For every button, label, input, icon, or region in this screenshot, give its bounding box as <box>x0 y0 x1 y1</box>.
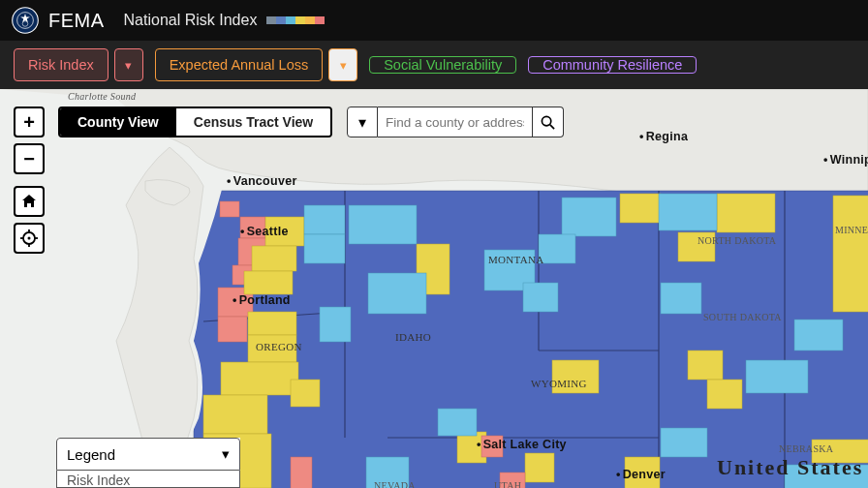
minus-icon: − <box>23 148 35 170</box>
legend-item: Risk Index <box>56 471 240 488</box>
svg-rect-54 <box>366 457 409 488</box>
svg-rect-20 <box>244 271 293 294</box>
svg-rect-21 <box>248 312 296 335</box>
svg-line-66 <box>550 124 554 128</box>
svg-rect-37 <box>625 457 660 488</box>
search-group: ▾ <box>347 107 564 137</box>
caret-down-icon: ▾ <box>340 58 347 73</box>
svg-rect-55 <box>661 428 707 457</box>
svg-rect-48 <box>659 194 717 230</box>
search-icon <box>541 115 555 130</box>
svg-rect-58 <box>220 201 239 217</box>
svg-rect-33 <box>688 351 723 380</box>
svg-rect-38 <box>812 440 868 463</box>
map-area[interactable]: .cB{fill:#4f68bc;stroke:#3a4d8c;stroke-w… <box>0 89 868 488</box>
svg-rect-39 <box>304 205 345 234</box>
svg-rect-12 <box>240 217 265 238</box>
home-button[interactable] <box>14 186 45 217</box>
legend-title: Legend <box>67 446 115 463</box>
header: FEMA National Risk Index <box>0 0 868 41</box>
legend-toggle[interactable]: Legend ▾ <box>56 438 240 471</box>
svg-rect-18 <box>265 217 304 246</box>
home-icon <box>21 194 37 209</box>
tab-county-view[interactable]: County View <box>60 108 176 136</box>
svg-rect-52 <box>785 465 868 488</box>
nav-expected-annual-loss[interactable]: Expected Annual Loss <box>155 48 324 81</box>
svg-rect-32 <box>833 196 868 312</box>
svg-rect-47 <box>539 234 575 263</box>
locate-icon <box>20 229 38 247</box>
legend-panel: Legend ▾ Risk Index <box>56 438 240 488</box>
svg-rect-51 <box>794 320 843 351</box>
caret-down-icon: ▾ <box>222 445 230 463</box>
locate-button[interactable] <box>14 223 45 254</box>
nav-expected-annual-loss-dropdown[interactable]: ▾ <box>328 48 357 81</box>
view-tabs: County View Census Tract View <box>58 107 332 137</box>
svg-rect-40 <box>304 234 345 263</box>
svg-rect-56 <box>481 436 503 457</box>
svg-rect-17 <box>291 457 312 488</box>
svg-rect-19 <box>252 246 296 271</box>
svg-rect-57 <box>500 473 525 488</box>
svg-rect-46 <box>562 198 616 236</box>
svg-rect-23 <box>221 362 298 395</box>
color-swatch-row <box>266 16 325 24</box>
svg-rect-53 <box>438 409 477 436</box>
app-title: National Risk Index <box>124 12 258 29</box>
svg-rect-50 <box>746 360 808 393</box>
nav-community-resilience[interactable]: Community Resilience <box>528 56 697 74</box>
caret-down-icon: ▾ <box>125 58 132 73</box>
svg-rect-45 <box>523 283 558 312</box>
search-button[interactable] <box>533 107 564 137</box>
search-input[interactable] <box>378 107 533 137</box>
svg-rect-30 <box>717 194 775 232</box>
svg-rect-49 <box>661 283 701 314</box>
fema-seal-icon <box>12 7 39 34</box>
plus-icon: + <box>23 111 35 134</box>
svg-rect-29 <box>620 194 661 223</box>
svg-rect-16 <box>218 317 247 342</box>
choropleth-map[interactable]: .cB{fill:#4f68bc;stroke:#3a4d8c;stroke-w… <box>0 89 868 488</box>
tab-census-tract-view[interactable]: Census Tract View <box>176 108 330 136</box>
svg-rect-34 <box>707 380 742 409</box>
svg-rect-36 <box>525 453 554 482</box>
caret-down-icon: ▾ <box>358 113 366 132</box>
map-controls-column: + − <box>14 107 45 254</box>
navbar: Risk Index ▾ Expected Annual Loss ▾ Soci… <box>0 41 868 89</box>
nav-risk-index-dropdown[interactable]: ▾ <box>114 48 143 81</box>
svg-rect-42 <box>349 205 417 244</box>
nav-social-vulnerability[interactable]: Social Vulnerability <box>369 56 516 74</box>
svg-rect-24 <box>203 395 267 434</box>
svg-rect-26 <box>291 380 320 407</box>
svg-rect-22 <box>248 335 296 362</box>
zoom-out-button[interactable]: − <box>14 143 45 174</box>
svg-point-65 <box>542 116 550 125</box>
svg-rect-43 <box>368 273 426 314</box>
nav-risk-index[interactable]: Risk Index <box>14 48 108 81</box>
svg-rect-35 <box>552 360 599 393</box>
zoom-in-button[interactable]: + <box>14 107 45 137</box>
search-category-dropdown[interactable]: ▾ <box>347 107 378 137</box>
svg-rect-31 <box>678 232 715 261</box>
agency-name: FEMA <box>48 10 105 32</box>
svg-point-60 <box>28 237 31 240</box>
svg-rect-41 <box>320 307 351 342</box>
